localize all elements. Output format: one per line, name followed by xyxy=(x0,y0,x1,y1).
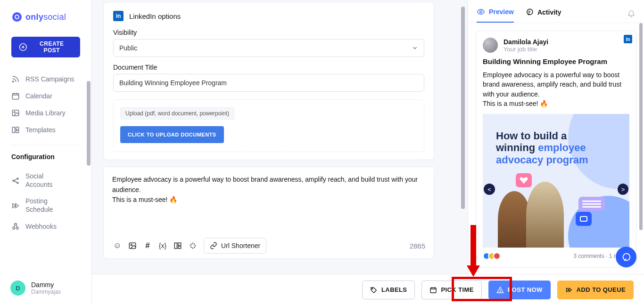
config-nav: Social Accounts Posting Schedule Webhook… xyxy=(0,164,91,239)
sidebar-item-label: Social Accounts xyxy=(25,172,68,189)
reaction-heart-icon xyxy=(493,252,501,260)
user-name: Dammy xyxy=(31,281,61,289)
svg-rect-13 xyxy=(12,127,15,133)
variable-icon[interactable]: {x} xyxy=(156,239,170,253)
right-scrollbar[interactable] xyxy=(639,23,643,230)
tab-preview[interactable]: Preview xyxy=(477,6,514,23)
comment-icon xyxy=(525,8,534,16)
chevron-down-icon xyxy=(412,45,418,51)
visibility-select[interactable]: Public xyxy=(113,39,424,57)
fast-forward-icon xyxy=(565,286,573,294)
people-illustration xyxy=(498,177,573,248)
composer-card: ☺ # {x} Url Shortener xyxy=(103,167,434,259)
linkedin-options-title: LinkedIn options xyxy=(129,12,181,20)
support-chat-fab[interactable] xyxy=(616,247,636,267)
svg-point-40 xyxy=(500,291,500,291)
post-now-button[interactable]: POST NOW xyxy=(488,281,551,299)
sidebar-divider xyxy=(10,145,81,145)
preview-body: Employee advocacy is a powerful way to b… xyxy=(483,70,629,108)
post-body-textarea[interactable] xyxy=(104,167,434,233)
linkedin-options-card: in LinkedIn options Visibility Public Do… xyxy=(103,2,434,160)
svg-point-12 xyxy=(14,112,15,113)
link-icon xyxy=(210,242,217,249)
sidebar-item-calendar[interactable]: Calendar xyxy=(0,88,91,104)
tag-icon xyxy=(370,286,378,294)
preview-prev-button[interactable]: < xyxy=(484,184,495,195)
image-insert-icon[interactable] xyxy=(125,239,140,253)
sidebar-item-templates[interactable]: Templates xyxy=(0,121,91,138)
url-shortener-button[interactable]: Url Shortener xyxy=(204,238,266,254)
hashtag-icon[interactable]: # xyxy=(140,239,155,253)
linkedin-badge-icon: in xyxy=(624,35,632,43)
svg-rect-7 xyxy=(12,94,19,99)
preview-footer: 3 comments · 1 repost xyxy=(483,252,629,260)
add-to-queue-button[interactable]: ADD TO QUEUE xyxy=(557,281,634,299)
notifications-icon[interactable] xyxy=(627,9,636,19)
calendar-icon xyxy=(11,92,20,100)
visibility-value: Public xyxy=(119,44,137,52)
svg-point-2 xyxy=(16,16,18,18)
svg-rect-30 xyxy=(178,247,181,249)
profile-subtitle: Your job title xyxy=(504,46,548,53)
visibility-label: Visibility xyxy=(113,29,424,36)
brand-logo: onlysocial xyxy=(0,7,91,28)
svg-point-24 xyxy=(17,227,19,230)
svg-point-31 xyxy=(480,11,482,13)
sidebar-item-label: Webhooks xyxy=(25,223,57,230)
sidebar-item-label: Templates xyxy=(25,126,56,134)
rss-icon xyxy=(11,75,20,83)
sidebar-item-social-accounts[interactable]: Social Accounts xyxy=(0,168,91,193)
composer-toolbar: ☺ # {x} Url Shortener xyxy=(104,235,434,258)
pick-time-button[interactable]: PICK TIME xyxy=(421,281,481,299)
share-icon xyxy=(11,177,20,185)
sidebar-nav: RSS Campaigns Calendar Media Library Tem… xyxy=(0,67,91,142)
sidebar-item-media[interactable]: Media Library xyxy=(0,104,91,121)
sidebar-scrollbar[interactable] xyxy=(87,81,91,166)
user-handle: Dammyajas xyxy=(31,289,61,295)
sidebar-item-label: Media Library xyxy=(25,109,66,117)
preview-next-button[interactable]: > xyxy=(617,184,628,195)
configuration-heading: Configuration xyxy=(0,151,91,164)
preview-image: How to build a winning employee advocacy… xyxy=(483,114,629,248)
svg-marker-41 xyxy=(566,288,569,292)
document-title-label: Document Title xyxy=(113,64,424,71)
upload-hint: Upload (pdf, word document, powerpoint) xyxy=(120,107,234,120)
avatar: D xyxy=(10,281,25,296)
svg-point-16 xyxy=(13,180,14,181)
svg-point-6 xyxy=(13,81,14,82)
sidebar-item-rss[interactable]: RSS Campaigns xyxy=(0,71,91,88)
create-post-label: CREATE POST xyxy=(31,40,73,54)
user-block[interactable]: D Dammy Dammyajas xyxy=(0,274,91,305)
ai-sparkle-icon[interactable] xyxy=(186,239,200,253)
linkedin-preview-card: in Damilola Ajayi Your job title Buildin… xyxy=(476,31,636,268)
chat-icon xyxy=(621,252,631,262)
sidebar: onlysocial CREATE POST RSS Campaigns Cal… xyxy=(0,0,92,305)
template-insert-icon[interactable] xyxy=(171,239,185,253)
tab-activity[interactable]: Activity xyxy=(525,6,561,22)
content-scrollbar[interactable] xyxy=(461,7,465,209)
post-now-label: POST NOW xyxy=(508,286,543,293)
document-title-input[interactable] xyxy=(113,74,424,92)
url-shortener-label: Url Shortener xyxy=(221,242,260,249)
svg-line-19 xyxy=(14,179,17,180)
eye-icon xyxy=(477,8,485,16)
text-bubble-icon xyxy=(578,197,605,211)
preview-headline: Building Winning Employee Program xyxy=(483,57,629,65)
sidebar-item-posting-schedule[interactable]: Posting Schedule xyxy=(0,193,91,218)
sidebar-item-webhooks[interactable]: Webhooks xyxy=(0,218,91,235)
templates-icon xyxy=(11,126,20,134)
calendar-icon xyxy=(429,286,437,294)
labels-button[interactable]: LABELS xyxy=(362,281,415,299)
preview-image-heading: How to build a winning employee advocacy… xyxy=(496,130,619,166)
svg-point-23 xyxy=(13,227,15,230)
sidebar-item-label: Calendar xyxy=(25,92,52,100)
emoji-icon[interactable]: ☺ xyxy=(110,239,124,253)
reaction-icons xyxy=(483,252,501,260)
action-bar: LABELS PICK TIME POST NOW ADD TO QUEUE xyxy=(92,274,644,305)
upload-documents-button[interactable]: CLICK TO UPLOAD DOCUMENTS xyxy=(120,126,224,143)
chat-bubble-icon xyxy=(576,212,592,226)
pick-time-label: PICK TIME xyxy=(441,286,473,293)
brand-mark-icon xyxy=(11,11,23,23)
create-post-button[interactable]: CREATE POST xyxy=(11,37,80,57)
svg-point-18 xyxy=(17,182,18,184)
